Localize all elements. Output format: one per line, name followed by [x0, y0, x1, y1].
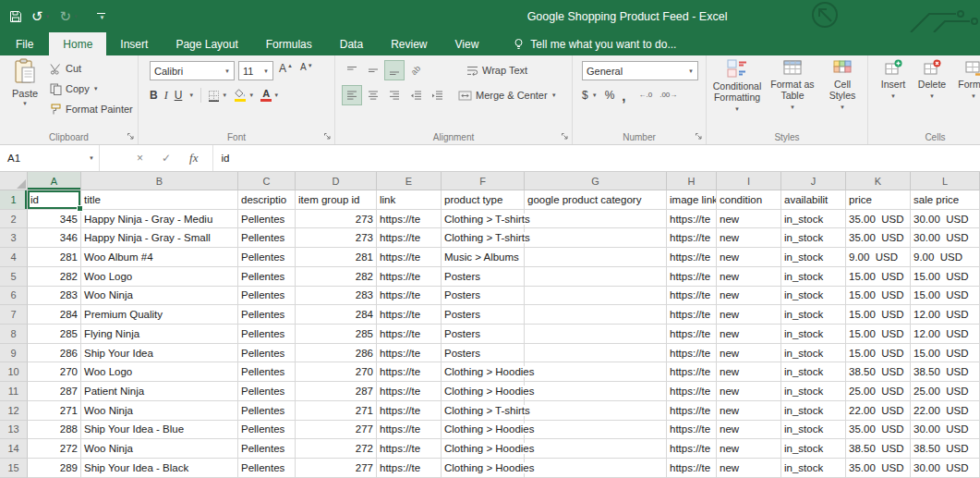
cell-C13[interactable]: Pellentes	[238, 421, 296, 440]
cell-I15[interactable]: new	[717, 459, 781, 478]
format-painter-button[interactable]: Format Painter	[50, 102, 133, 116]
decrease-indent-button[interactable]	[406, 86, 425, 104]
cell-H7[interactable]: https://te	[667, 305, 717, 325]
row-header-15[interactable]: 15	[0, 459, 28, 478]
cell-G2[interactable]	[525, 210, 667, 229]
cell-I11[interactable]: new	[717, 382, 781, 401]
cell-I10[interactable]: new	[717, 362, 781, 382]
cell-H12[interactable]: https://te	[667, 401, 717, 421]
alignment-dialog-launcher[interactable]	[560, 131, 570, 141]
insert-cells-button[interactable]: Insert ▼	[876, 59, 911, 102]
cell-G9[interactable]	[525, 344, 667, 363]
cell-F15[interactable]: Clothing > Hoodies	[442, 459, 525, 478]
cell-G15[interactable]	[525, 459, 667, 478]
cell-C15[interactable]: Pellentes	[238, 459, 296, 478]
cell-B2[interactable]: Happy Ninja - Gray - Mediu	[81, 210, 238, 229]
cell-J6[interactable]: in_stock	[781, 287, 846, 306]
cell-H5[interactable]: https://te	[667, 267, 717, 287]
cell-L12[interactable]: 22.00 USD	[911, 401, 980, 421]
column-header-A[interactable]: A	[28, 172, 81, 190]
cell-E10[interactable]: https://te	[377, 362, 442, 382]
cell-L5[interactable]: 15.00 USD	[911, 267, 980, 287]
cell-C6[interactable]: Pellentes	[238, 287, 296, 306]
cell-E12[interactable]: https://te	[377, 401, 442, 421]
wrap-text-button[interactable]: Wrap Text	[466, 65, 527, 76]
cell-H9[interactable]: https://te	[667, 344, 717, 363]
cell-I9[interactable]: new	[717, 344, 781, 363]
cell-E6[interactable]: https://te	[377, 287, 442, 306]
cell-K9[interactable]: 15.00 USD	[846, 344, 911, 363]
cell-B3[interactable]: Happy Ninja - Gray - Small	[81, 228, 238, 248]
cell-H2[interactable]: https://te	[667, 210, 717, 229]
cell-D7[interactable]: 284	[296, 305, 377, 325]
cell-B7[interactable]: Premium Quality	[81, 305, 238, 325]
cell-G14[interactable]	[525, 439, 667, 459]
row-header-11[interactable]: 11	[0, 382, 28, 401]
decrease-decimal-button[interactable]: .00→	[659, 92, 677, 99]
copy-button[interactable]: Copy ▼	[50, 81, 133, 96]
column-header-F[interactable]: F	[442, 172, 525, 190]
number-dialog-launcher[interactable]	[694, 131, 704, 141]
cell-B1[interactable]: title	[81, 190, 238, 210]
cell-K10[interactable]: 38.50 USD	[846, 362, 911, 382]
cell-D14[interactable]: 272	[296, 439, 377, 459]
cell-I13[interactable]: new	[717, 421, 781, 440]
name-box[interactable]: A1 ▼	[0, 145, 100, 171]
cell-G4[interactable]	[525, 248, 667, 267]
format-cells-button[interactable]: Format ▼	[953, 59, 980, 102]
row-header-8[interactable]: 8	[0, 325, 28, 344]
cell-L11[interactable]: 25.00 USD	[911, 382, 980, 401]
row-header-3[interactable]: 3	[0, 228, 28, 248]
column-header-J[interactable]: J	[781, 172, 846, 190]
column-header-C[interactable]: C	[238, 172, 296, 190]
cell-F10[interactable]: Clothing > Hoodies	[442, 362, 525, 382]
cell-J12[interactable]: in_stock	[781, 401, 846, 421]
cell-A9[interactable]: 286	[28, 344, 81, 363]
cell-J10[interactable]: in_stock	[781, 362, 846, 382]
cell-D10[interactable]: 270	[296, 362, 377, 382]
cell-J13[interactable]: in_stock	[781, 421, 846, 440]
cell-J2[interactable]: in_stock	[781, 210, 846, 229]
row-header-14[interactable]: 14	[0, 439, 28, 459]
cell-D5[interactable]: 282	[296, 267, 377, 287]
tab-home[interactable]: Home	[49, 32, 106, 55]
clipboard-dialog-launcher[interactable]	[126, 131, 136, 141]
cell-E2[interactable]: https://te	[377, 210, 442, 229]
column-header-K[interactable]: K	[846, 172, 911, 190]
delete-cells-button[interactable]: Delete ▼	[914, 59, 950, 102]
cell-E13[interactable]: https://te	[377, 421, 442, 440]
bold-button[interactable]: B	[150, 89, 158, 102]
cell-B8[interactable]: Flying Ninja	[81, 325, 238, 344]
cell-L9[interactable]: 15.00 USD	[911, 344, 980, 363]
orientation-button[interactable]: ab	[406, 61, 425, 80]
cell-E3[interactable]: https://te	[377, 228, 442, 248]
cell-D15[interactable]: 277	[296, 459, 377, 478]
tab-insert[interactable]: Insert	[106, 32, 162, 55]
cell-C10[interactable]: Pellentes	[238, 362, 296, 382]
number-format-combo[interactable]: General ▼	[582, 61, 698, 80]
cell-K6[interactable]: 15.00 USD	[846, 287, 911, 306]
cell-D6[interactable]: 283	[296, 287, 377, 306]
cell-F1[interactable]: product type	[442, 190, 525, 210]
cell-D11[interactable]: 287	[296, 382, 377, 401]
column-header-I[interactable]: I	[717, 172, 781, 190]
increase-indent-button[interactable]	[428, 86, 446, 104]
font-dialog-launcher[interactable]	[322, 131, 333, 141]
cell-A14[interactable]: 272	[28, 439, 81, 459]
cell-J15[interactable]: in_stock	[781, 459, 846, 478]
align-center-button[interactable]	[364, 86, 382, 104]
cell-L4[interactable]: 9.00 USD	[911, 248, 980, 267]
cell-G7[interactable]	[525, 305, 667, 325]
tab-page-layout[interactable]: Page Layout	[162, 32, 251, 55]
cell-J5[interactable]: in_stock	[781, 267, 846, 287]
tab-formulas[interactable]: Formulas	[252, 32, 326, 55]
fill-color-button[interactable]: ▼	[234, 89, 254, 102]
cell-E7[interactable]: https://te	[377, 305, 442, 325]
cell-A15[interactable]: 289	[28, 459, 81, 478]
cell-F13[interactable]: Clothing > Hoodies	[442, 421, 525, 440]
cell-A1[interactable]: id	[28, 190, 81, 210]
tab-view[interactable]: View	[442, 32, 493, 55]
cell-B6[interactable]: Woo Ninja	[81, 287, 238, 306]
cell-L15[interactable]: 30.00 USD	[911, 459, 980, 478]
cell-K15[interactable]: 35.00 USD	[846, 459, 911, 478]
